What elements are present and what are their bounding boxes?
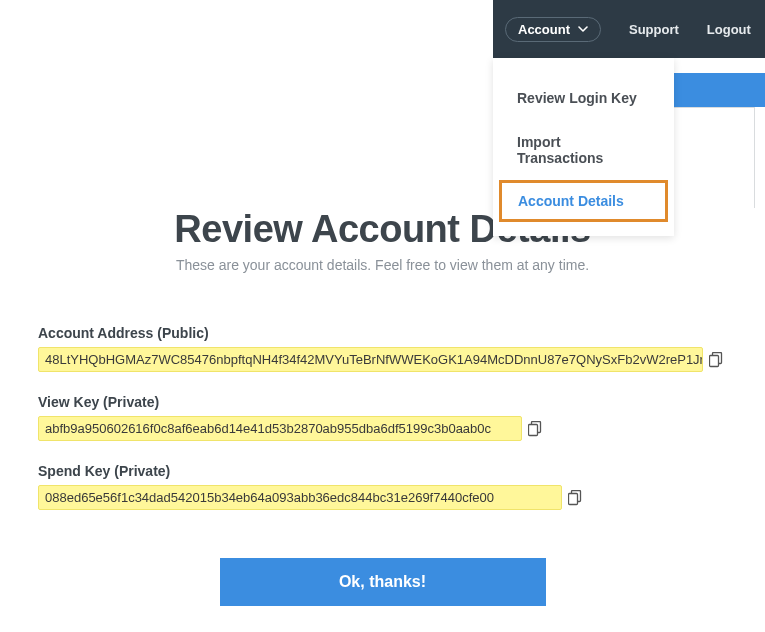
copy-icon[interactable] [566, 485, 584, 510]
account-address-value[interactable]: 48LtYHQbHGMAz7WC85476nbpftqNH4f34f42MVYu… [38, 347, 703, 372]
dropdown-item-label: Review Login Key [517, 90, 637, 106]
spend-key-value[interactable]: 088ed65e56f1c34dad542015b34eb64a093abb36… [38, 485, 562, 510]
panel-outline-fragment [674, 107, 755, 208]
account-menu-button[interactable]: Account [505, 17, 601, 42]
field-view-key: View Key (Private) abfb9a950602616f0c8af… [38, 394, 727, 441]
header-accent-strip [674, 73, 765, 107]
view-key-value[interactable]: abfb9a950602616f0c8af6eab6d14e41d53b2870… [38, 416, 522, 441]
dropdown-item-account-details[interactable]: Account Details [499, 180, 668, 222]
account-dropdown: Review Login Key Import Transactions Acc… [493, 58, 674, 236]
dropdown-item-import-transactions[interactable]: Import Transactions [493, 120, 674, 180]
dropdown-item-review-login-key[interactable]: Review Login Key [493, 76, 674, 120]
field-account-address: Account Address (Public) 48LtYHQbHGMAz7W… [38, 325, 727, 372]
account-menu-label: Account [518, 22, 570, 37]
copy-icon[interactable] [707, 347, 725, 372]
page-subtitle: These are your account details. Feel fre… [38, 257, 727, 273]
main-content: Review Account Details These are your ac… [0, 208, 765, 606]
field-label: Spend Key (Private) [38, 463, 727, 479]
svg-rect-3 [529, 424, 538, 435]
logout-link[interactable]: Logout [707, 22, 751, 37]
field-label: View Key (Private) [38, 394, 727, 410]
copy-icon[interactable] [526, 416, 544, 441]
chevron-down-icon [578, 24, 588, 34]
field-label: Account Address (Public) [38, 325, 727, 341]
fields-section: Account Address (Public) 48LtYHQbHGMAz7W… [38, 325, 727, 510]
ok-button[interactable]: Ok, thanks! [220, 558, 546, 606]
svg-rect-5 [569, 493, 578, 504]
support-link[interactable]: Support [629, 22, 679, 37]
topbar: Account Support Logout [493, 0, 765, 58]
svg-rect-1 [710, 355, 719, 366]
ok-button-label: Ok, thanks! [339, 573, 426, 591]
dropdown-item-label: Account Details [518, 193, 624, 209]
dropdown-item-label: Import Transactions [517, 134, 603, 166]
field-spend-key: Spend Key (Private) 088ed65e56f1c34dad54… [38, 463, 727, 510]
